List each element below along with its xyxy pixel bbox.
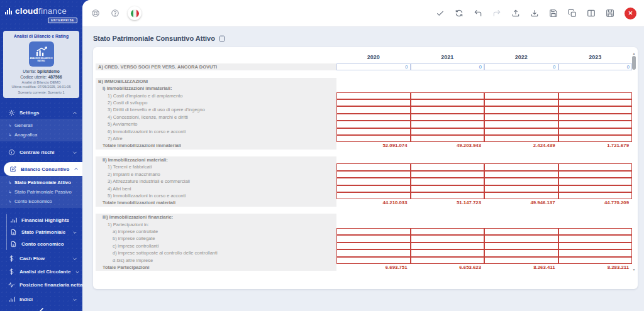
value-cell-input[interactable]: 0 (558, 63, 633, 70)
split-view-button[interactable] (584, 6, 598, 20)
value-cell-input[interactable] (484, 163, 558, 170)
sidebar-item-stato-patrimoniale[interactable]: Stato Patrimoniale (6, 226, 82, 238)
value-cell-input[interactable] (484, 235, 558, 242)
value-cell-input[interactable] (558, 121, 633, 128)
value-cell-input[interactable] (411, 114, 485, 121)
value-cell-input[interactable] (558, 114, 633, 121)
save-button[interactable] (547, 6, 560, 20)
value-cell-input[interactable] (411, 249, 485, 256)
value-cell-input[interactable] (484, 243, 558, 249)
sidebar-item-cash-flow[interactable]: Cash Flow (0, 253, 82, 265)
value-cell-input[interactable]: 0 (336, 63, 411, 70)
sidebar-item-indici[interactable]: Indici (0, 293, 82, 305)
value-cell-input[interactable] (484, 135, 558, 142)
sidebar-subitem-anagrafica[interactable]: ↳Anagrafica (0, 130, 82, 139)
sidebar-subitem-conto-economico[interactable]: ↳Conto Economico (0, 197, 82, 206)
value-cell-input[interactable] (336, 163, 411, 170)
language-flag-button[interactable] (128, 6, 142, 20)
value-cell-input[interactable] (411, 192, 485, 199)
value-cell-input[interactable] (411, 92, 485, 99)
value-cell-input[interactable] (484, 92, 558, 99)
value-cell-input[interactable] (484, 257, 558, 264)
value-cell-input[interactable] (336, 135, 411, 142)
value-cell-input[interactable] (411, 135, 485, 142)
check-button[interactable] (433, 6, 447, 20)
value-cell-input[interactable] (558, 192, 633, 199)
value-cell-input[interactable] (558, 185, 633, 192)
sidebar-item-analisi-del-circolante[interactable]: Analisi del Circolante (0, 266, 82, 278)
value-cell-input[interactable] (558, 92, 633, 99)
sidebar-subitem-generali[interactable]: ↳Generali (0, 121, 82, 130)
sync-button[interactable] (452, 6, 466, 20)
value-cell-input[interactable] (336, 249, 411, 256)
duplicate-page-icon[interactable] (219, 35, 225, 42)
value-cell-input[interactable] (411, 235, 485, 242)
value-cell-input[interactable] (558, 135, 633, 142)
value-cell-input[interactable] (336, 106, 411, 113)
sidebar-item-financial-highlights[interactable]: Financial Highlights (6, 214, 82, 226)
value-cell-input[interactable] (484, 114, 558, 121)
value-cell-input[interactable] (484, 171, 558, 178)
value-cell-input[interactable] (411, 228, 485, 235)
value-cell-input[interactable]: 0 (484, 63, 558, 70)
value-cell-input[interactable]: 0 (411, 63, 485, 70)
value-cell-input[interactable] (411, 106, 485, 113)
value-cell-input[interactable] (411, 257, 485, 264)
value-cell-input[interactable] (336, 114, 411, 121)
value-cell-input[interactable] (411, 185, 485, 192)
value-cell-input[interactable] (558, 235, 633, 242)
value-cell-input[interactable] (336, 178, 411, 185)
undo-button[interactable] (471, 6, 485, 20)
value-cell-input[interactable] (558, 171, 633, 178)
value-cell-input[interactable] (411, 128, 485, 135)
value-cell-input[interactable] (336, 185, 411, 192)
sidebar-item-posizione-finanziaria-netta[interactable]: Posizione finanziaria netta (0, 279, 82, 291)
value-cell-input[interactable] (336, 235, 411, 242)
value-cell-input[interactable] (336, 243, 411, 249)
value-cell-input[interactable] (336, 171, 411, 178)
value-cell-input[interactable] (336, 92, 411, 99)
value-cell-input[interactable] (558, 228, 633, 235)
redo-button[interactable] (490, 6, 504, 20)
sidebar-subitem-stato-patrimoniale-passivo[interactable]: ↳Stato Patrimoniale Passivo (0, 187, 82, 197)
collapse-sidebar-button[interactable] (38, 307, 45, 311)
value-cell-input[interactable] (336, 99, 411, 106)
value-cell-input[interactable] (484, 99, 558, 106)
scroll-thumb[interactable] (632, 56, 636, 70)
value-cell-input[interactable] (558, 163, 633, 170)
upload-button[interactable] (509, 6, 523, 20)
value-cell-input[interactable] (558, 106, 633, 113)
value-cell-input[interactable] (411, 178, 485, 185)
value-cell-input[interactable] (484, 128, 558, 135)
copy-button[interactable] (565, 6, 579, 20)
value-cell-input[interactable] (558, 178, 633, 185)
value-cell-input[interactable] (484, 192, 558, 199)
value-cell-input[interactable] (411, 99, 485, 106)
save-all-button[interactable] (603, 6, 617, 20)
value-cell-input[interactable] (558, 128, 633, 135)
value-cell-input[interactable] (558, 249, 633, 256)
value-cell-input[interactable] (484, 249, 558, 256)
value-cell-input[interactable] (558, 99, 633, 106)
sidebar-item-centrale-rischi[interactable]: Centrale rischi (0, 146, 82, 158)
value-cell-input[interactable] (484, 185, 558, 192)
close-button[interactable]: ✕ (625, 8, 636, 19)
value-cell-input[interactable] (411, 243, 485, 249)
value-cell-input[interactable] (484, 121, 558, 128)
value-cell-input[interactable] (336, 121, 411, 128)
value-cell-input[interactable] (411, 171, 485, 178)
value-cell-input[interactable] (336, 128, 411, 135)
table-scrollbar[interactable]: ▲ ▼ (631, 52, 636, 271)
value-cell-input[interactable] (336, 228, 411, 235)
sidebar-item-bilancio-consuntivo[interactable]: Bilancio Consuntivo (4, 162, 82, 176)
value-cell-input[interactable] (336, 257, 411, 264)
scroll-up-icon[interactable]: ▲ (633, 52, 636, 55)
value-cell-input[interactable] (558, 257, 633, 264)
value-cell-input[interactable] (336, 192, 411, 199)
value-cell-input[interactable] (484, 228, 558, 235)
value-cell-input[interactable] (411, 163, 485, 170)
value-cell-input[interactable] (558, 243, 633, 249)
support-button[interactable] (89, 6, 103, 20)
scroll-down-icon[interactable]: ▼ (633, 268, 636, 271)
sidebar-item-settings[interactable]: Settings (0, 107, 82, 119)
